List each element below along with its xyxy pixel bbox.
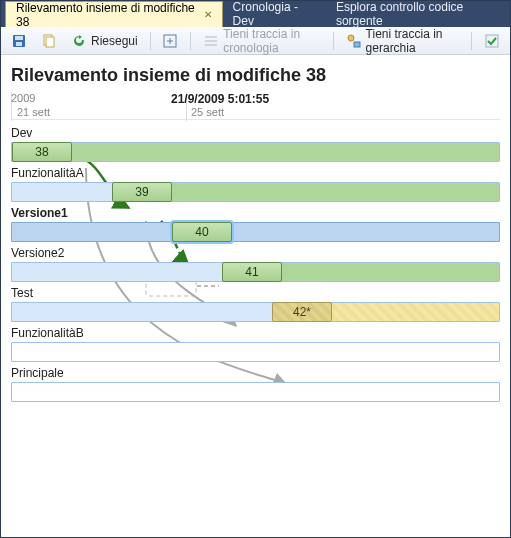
track-hierarchy-button[interactable]: Tieni traccia in gerarchia [342, 25, 464, 57]
branch-label: Versione1 [11, 206, 500, 220]
branch-label: Principale [11, 366, 500, 380]
svg-rect-8 [486, 35, 498, 47]
timeline-tick: 21 sett [17, 106, 50, 118]
toolbar: Riesegui Tieni traccia in cronologia Tie… [1, 27, 510, 55]
toolbar-separator [333, 32, 334, 50]
track-timeline-button: Tieni traccia in cronologia [199, 25, 325, 57]
options-button[interactable] [480, 31, 504, 51]
tab-label: Rilevamento insieme di modifiche 38 [16, 1, 196, 29]
tab-source-explorer[interactable]: Esplora controllo codice sorgente [326, 1, 510, 27]
svg-rect-7 [354, 42, 360, 47]
save-button[interactable] [7, 31, 31, 51]
rerun-button[interactable]: Riesegui [67, 31, 142, 51]
save-icon [11, 33, 27, 49]
track-hierarchy-label: Tieni traccia in gerarchia [366, 27, 460, 55]
close-icon[interactable]: ✕ [204, 9, 212, 20]
refresh-icon [71, 33, 87, 49]
branch-label: FunzionalitàA [11, 166, 500, 180]
branch-lane: Principale [11, 366, 500, 402]
branch-track[interactable] [11, 382, 500, 402]
branch-lane: Test42* [11, 286, 500, 322]
tab-label: Cronologia - Dev [233, 0, 316, 28]
timeline-header: 2009 21/9/2009 5:01:55 21 sett 25 sett [11, 92, 500, 120]
branch-track[interactable] [11, 342, 500, 362]
changeset-node[interactable]: 42* [272, 302, 332, 322]
svg-rect-2 [16, 42, 22, 46]
branch-label: Versione2 [11, 246, 500, 260]
tab-bar: Rilevamento insieme di modifiche 38 ✕ Cr… [1, 1, 510, 27]
timeline-datetime: 21/9/2009 5:01:55 [171, 92, 269, 106]
branch-track[interactable]: 41 [11, 262, 500, 282]
branch-lane: FunzionalitàA39 [11, 166, 500, 202]
branch-label: Dev [11, 126, 500, 140]
timeline-tick: 25 sett [191, 106, 224, 118]
gear-check-icon [484, 33, 500, 49]
timeline-year: 2009 [11, 92, 35, 104]
tab-history[interactable]: Cronologia - Dev [223, 1, 326, 27]
branch-track[interactable]: 39 [11, 182, 500, 202]
content-area: Rilevamento insieme di modifiche 38 2009… [1, 55, 510, 414]
branch-track[interactable]: 42* [11, 302, 500, 322]
toolbar-separator [471, 32, 472, 50]
branch-track[interactable]: 38 [11, 142, 500, 162]
changeset-node[interactable]: 41 [222, 262, 282, 282]
svg-rect-4 [46, 37, 54, 47]
expand-button[interactable] [158, 31, 182, 51]
svg-point-6 [348, 35, 354, 41]
branch-track[interactable]: 40 [11, 222, 500, 242]
branch-lane: Dev38 [11, 126, 500, 162]
tab-label: Esplora controllo codice sorgente [336, 0, 500, 28]
tab-tracking[interactable]: Rilevamento insieme di modifiche 38 ✕ [5, 1, 223, 27]
changeset-node[interactable]: 40 [172, 222, 232, 242]
page-title: Rilevamento insieme di modifiche 38 [11, 65, 500, 86]
hierarchy-icon [346, 33, 362, 49]
branch-lane: FunzionalitàB [11, 326, 500, 362]
branch-label: FunzionalitàB [11, 326, 500, 340]
svg-rect-1 [15, 36, 23, 40]
branch-lane: Versione140 [11, 206, 500, 242]
track-timeline-label: Tieni traccia in cronologia [223, 27, 321, 55]
copy-button[interactable] [37, 31, 61, 51]
branch-lane: Versione241 [11, 246, 500, 282]
expand-icon [162, 33, 178, 49]
branch-label: Test [11, 286, 500, 300]
toolbar-separator [190, 32, 191, 50]
timeline-icon [203, 33, 219, 49]
copy-icon [41, 33, 57, 49]
changeset-node[interactable]: 38 [12, 142, 72, 162]
toolbar-separator [150, 32, 151, 50]
branch-lanes: Dev38FunzionalitàA39Versione140Versione2… [11, 126, 500, 402]
changeset-node[interactable]: 39 [112, 182, 172, 202]
rerun-label: Riesegui [91, 34, 138, 48]
